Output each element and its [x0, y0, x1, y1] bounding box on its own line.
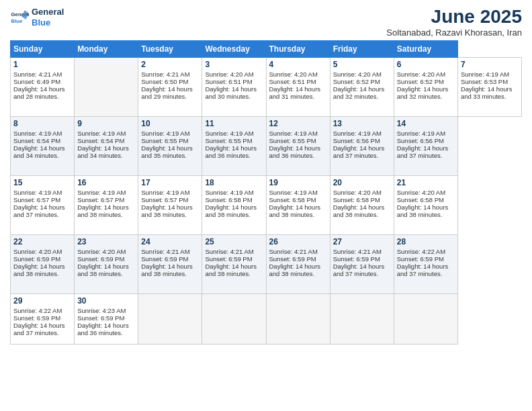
- daylight-text: Daylight: 14 hours and 38 minutes.: [141, 203, 199, 218]
- day-number: 30: [77, 296, 135, 306]
- calendar-week-row: 15Sunrise: 4:19 AMSunset: 6:57 PMDayligh…: [11, 175, 522, 234]
- day-number: 4: [269, 60, 327, 69]
- day-number: 14: [397, 119, 455, 128]
- day-number: 6: [397, 60, 455, 69]
- day-number: 3: [205, 60, 263, 69]
- day-number: 1: [13, 60, 71, 69]
- calendar-cell: 15Sunrise: 4:19 AMSunset: 6:57 PMDayligh…: [11, 175, 75, 234]
- daylight-text: Daylight: 14 hours and 31 minutes.: [269, 85, 327, 100]
- day-number: 29: [13, 296, 71, 306]
- sunset-text: Sunset: 6:52 PM: [333, 78, 391, 85]
- day-number: 20: [333, 178, 391, 187]
- daylight-text: Daylight: 14 hours and 32 minutes.: [333, 85, 391, 100]
- logo-text-blue: Blue: [32, 17, 64, 28]
- day-number: 22: [13, 237, 71, 246]
- calendar-cell: 4Sunrise: 4:20 AMSunset: 6:51 PMDaylight…: [266, 57, 330, 116]
- day-number: 8: [13, 119, 71, 128]
- calendar-cell: 16Sunrise: 4:19 AMSunset: 6:57 PMDayligh…: [75, 175, 138, 234]
- sunrise-text: Sunrise: 4:21 AM: [141, 248, 199, 255]
- sunrise-text: Sunrise: 4:20 AM: [397, 71, 455, 78]
- calendar-cell: 27Sunrise: 4:21 AMSunset: 6:59 PMDayligh…: [330, 234, 394, 293]
- day-number: 10: [141, 119, 199, 128]
- daylight-text: Daylight: 14 hours and 38 minutes.: [397, 203, 455, 218]
- sunrise-text: Sunrise: 4:19 AM: [269, 130, 327, 137]
- sunrise-text: Sunrise: 4:19 AM: [77, 130, 135, 137]
- sunset-text: Sunset: 6:55 PM: [269, 137, 327, 144]
- day-number: 19: [269, 178, 327, 187]
- sunset-text: Sunset: 6:49 PM: [13, 78, 71, 85]
- calendar-week-row: 8Sunrise: 4:19 AMSunset: 6:54 PMDaylight…: [11, 116, 522, 175]
- sunrise-text: Sunrise: 4:19 AM: [461, 71, 519, 78]
- sunset-text: Sunset: 6:56 PM: [333, 137, 391, 144]
- daylight-text: Daylight: 14 hours and 28 minutes.: [13, 85, 71, 100]
- sunrise-text: Sunrise: 4:21 AM: [333, 248, 391, 255]
- day-number: 18: [205, 178, 263, 187]
- sunset-text: Sunset: 6:57 PM: [77, 196, 135, 203]
- sunset-text: Sunset: 6:58 PM: [269, 196, 327, 203]
- sunrise-text: Sunrise: 4:21 AM: [13, 71, 71, 78]
- sunrise-text: Sunrise: 4:20 AM: [333, 71, 391, 78]
- calendar-cell: 1Sunrise: 4:21 AMSunset: 6:49 PMDaylight…: [11, 57, 75, 116]
- sunset-text: Sunset: 6:54 PM: [13, 137, 71, 144]
- calendar-cell: 28Sunrise: 4:22 AMSunset: 6:59 PMDayligh…: [394, 234, 457, 293]
- calendar-cell: 11Sunrise: 4:19 AMSunset: 6:55 PMDayligh…: [202, 116, 266, 175]
- sunset-text: Sunset: 6:59 PM: [13, 314, 71, 322]
- daylight-text: Daylight: 14 hours and 37 minutes.: [397, 144, 455, 159]
- calendar-cell: [394, 293, 457, 344]
- calendar-cell: 12Sunrise: 4:19 AMSunset: 6:55 PMDayligh…: [266, 116, 330, 175]
- day-number: 25: [205, 237, 263, 246]
- calendar-cell: [266, 293, 330, 344]
- sunset-text: Sunset: 6:51 PM: [205, 78, 263, 85]
- calendar-cell: 13Sunrise: 4:19 AMSunset: 6:56 PMDayligh…: [330, 116, 394, 175]
- calendar-table: Sunday Monday Tuesday Wednesday Thursday…: [10, 40, 522, 345]
- sunrise-text: Sunrise: 4:23 AM: [77, 307, 135, 314]
- sunset-text: Sunset: 6:53 PM: [461, 78, 519, 85]
- calendar-cell: 8Sunrise: 4:19 AMSunset: 6:54 PMDaylight…: [11, 116, 75, 175]
- day-number: 2: [141, 60, 199, 69]
- calendar-cell: 6Sunrise: 4:20 AMSunset: 6:52 PMDaylight…: [394, 57, 457, 116]
- calendar-cell: 18Sunrise: 4:19 AMSunset: 6:58 PMDayligh…: [202, 175, 266, 234]
- header-sunday: Sunday: [11, 40, 75, 57]
- sunrise-text: Sunrise: 4:20 AM: [77, 248, 135, 255]
- header-saturday: Saturday: [394, 40, 457, 57]
- day-number: 9: [77, 119, 135, 128]
- daylight-text: Daylight: 14 hours and 35 minutes.: [141, 144, 199, 159]
- sunset-text: Sunset: 6:57 PM: [13, 196, 71, 203]
- main-title: June 2025: [386, 7, 522, 28]
- daylight-text: Daylight: 14 hours and 38 minutes.: [13, 263, 71, 277]
- calendar-cell: 2Sunrise: 4:21 AMSunset: 6:50 PMDaylight…: [138, 57, 202, 116]
- daylight-text: Daylight: 14 hours and 34 minutes.: [13, 144, 71, 159]
- day-number: 17: [141, 178, 199, 187]
- calendar-cell: 17Sunrise: 4:19 AMSunset: 6:57 PMDayligh…: [138, 175, 202, 234]
- calendar-cell: 24Sunrise: 4:21 AMSunset: 6:59 PMDayligh…: [138, 234, 202, 293]
- sunset-text: Sunset: 6:56 PM: [397, 137, 455, 144]
- calendar-cell: 7Sunrise: 4:19 AMSunset: 6:53 PMDaylight…: [457, 57, 521, 116]
- header-monday: Monday: [75, 40, 138, 57]
- sunset-text: Sunset: 6:59 PM: [333, 255, 391, 263]
- daylight-text: Daylight: 14 hours and 36 minutes.: [269, 144, 327, 159]
- page-container: General Blue General Blue June 2025 Solt…: [0, 0, 532, 351]
- sunrise-text: Sunrise: 4:20 AM: [269, 71, 327, 78]
- calendar-cell: [330, 293, 394, 344]
- logo: General Blue General Blue: [10, 7, 64, 28]
- title-block: June 2025 Soltanabad, Razavi Khorasan, I…: [386, 7, 522, 38]
- daylight-text: Daylight: 14 hours and 38 minutes.: [141, 263, 199, 277]
- calendar-cell: 30Sunrise: 4:23 AMSunset: 6:59 PMDayligh…: [75, 293, 138, 344]
- daylight-text: Daylight: 14 hours and 38 minutes.: [77, 203, 135, 218]
- day-number: 23: [77, 237, 135, 246]
- sunrise-text: Sunrise: 4:19 AM: [205, 189, 263, 196]
- sunset-text: Sunset: 6:58 PM: [333, 196, 391, 203]
- day-number: 16: [77, 178, 135, 187]
- calendar-cell: 20Sunrise: 4:20 AMSunset: 6:58 PMDayligh…: [330, 175, 394, 234]
- sunrise-text: Sunrise: 4:19 AM: [205, 130, 263, 137]
- calendar-cell: [138, 293, 202, 344]
- calendar-cell: 9Sunrise: 4:19 AMSunset: 6:54 PMDaylight…: [75, 116, 138, 175]
- calendar-cell: 22Sunrise: 4:20 AMSunset: 6:59 PMDayligh…: [11, 234, 75, 293]
- sunset-text: Sunset: 6:50 PM: [141, 78, 199, 85]
- daylight-text: Daylight: 14 hours and 38 minutes.: [269, 263, 327, 277]
- daylight-text: Daylight: 14 hours and 32 minutes.: [397, 85, 455, 100]
- calendar-cell: [75, 57, 138, 116]
- sunset-text: Sunset: 6:54 PM: [77, 137, 135, 144]
- sunrise-text: Sunrise: 4:22 AM: [397, 248, 455, 255]
- sunrise-text: Sunrise: 4:19 AM: [13, 189, 71, 196]
